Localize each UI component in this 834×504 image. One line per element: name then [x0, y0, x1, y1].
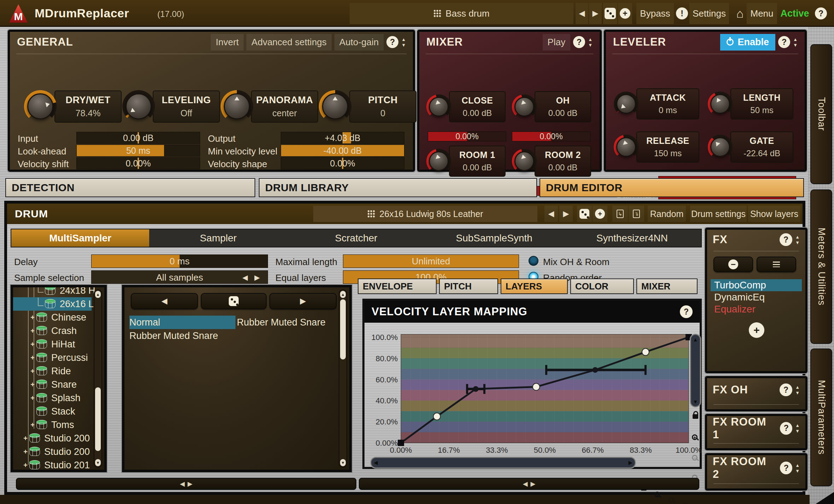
room1-knob[interactable]: [426, 149, 451, 174]
dry-wet-knob[interactable]: [24, 90, 57, 123]
fx-help-icon[interactable]: ?: [780, 233, 792, 246]
attack-knob[interactable]: [614, 92, 638, 116]
expand-icon[interactable]: +: [29, 340, 36, 348]
fx-menu-button[interactable]: [757, 257, 796, 272]
tab-drum-editor[interactable]: DRUM EDITOR: [540, 178, 804, 197]
settings-button[interactable]: Settings: [689, 3, 729, 24]
help-icon[interactable]: ?: [780, 383, 792, 396]
invert-button[interactable]: Invert: [211, 34, 244, 51]
tree-item-studio-200[interactable]: +Studio 200: [13, 432, 92, 445]
tab-detection[interactable]: DETECTION: [5, 178, 255, 197]
left-splitter-bar[interactable]: ◀▶: [16, 478, 356, 490]
chart-horizontal-scrollbar[interactable]: ◀▶: [371, 457, 635, 468]
tree-item-crash[interactable]: +Crash: [13, 324, 92, 338]
show-layers-button[interactable]: Show layers: [748, 206, 800, 222]
tree-item-splash[interactable]: +Splash: [13, 391, 92, 405]
leveler-enable-button[interactable]: Enable: [720, 34, 776, 51]
velocity-shift-bar[interactable]: 0.00%: [76, 157, 200, 169]
fx-add-button[interactable]: +: [749, 322, 764, 338]
side-tab-multiparameters[interactable]: MultiParameters: [810, 348, 832, 486]
sample-item-2[interactable]: Rubber Muted Snare: [129, 329, 235, 342]
preset-next-button[interactable]: ▶: [589, 3, 602, 24]
side-tab-toolbar[interactable]: Toolbar: [810, 44, 832, 184]
tree-scrollbar[interactable]: ▲ ▼: [94, 289, 102, 468]
preset-prev-button[interactable]: ◀: [576, 3, 588, 24]
drum-export-button[interactable]: ↴: [629, 206, 644, 222]
expand-icon[interactable]: +: [22, 434, 29, 443]
general-collapse-spinner[interactable]: ▲▼: [401, 37, 406, 47]
maximal-length-bar[interactable]: Unlimited: [343, 254, 519, 268]
oh-knob[interactable]: [512, 94, 537, 119]
layer-tab-color[interactable]: COLOR: [570, 279, 634, 294]
fx-item-equalizer[interactable]: Equalizer: [711, 303, 802, 315]
tree-item-ride[interactable]: +Ride: [13, 364, 92, 378]
drum-preset-selector[interactable]: 26x16 Ludwig 80s Leather: [313, 206, 537, 222]
mixer-help-icon[interactable]: ?: [573, 36, 585, 48]
side-tab-meters-utilities[interactable]: Meters & Utilities: [810, 189, 832, 344]
random-button[interactable]: Random: [648, 206, 686, 222]
tree-item-studio-201[interactable]: +Studio 201: [13, 458, 92, 472]
leveler-help-icon[interactable]: ?: [778, 36, 790, 48]
help-button[interactable]: ?: [813, 3, 829, 24]
layer-tab-mixer[interactable]: MIXER: [636, 279, 698, 294]
min-velocity-level-bar[interactable]: -40.00 dB: [281, 145, 404, 157]
sample-selection-select[interactable]: All samples ◀ ▶: [91, 270, 268, 284]
engine-tab-sampler[interactable]: Sampler: [149, 229, 287, 247]
layer-tab-envelope[interactable]: ENVELOPE: [358, 279, 437, 294]
expand-icon[interactable]: +: [29, 354, 36, 362]
tab-drum-library[interactable]: DRUM LIBRARY: [259, 178, 537, 197]
sample-item-3[interactable]: Rubber Muted Snare: [237, 316, 339, 329]
samples-scroll-down[interactable]: ▼: [340, 459, 346, 466]
close-percent-bar[interactable]: 0.00%: [428, 131, 506, 141]
expand-icon[interactable]: +: [29, 313, 36, 322]
panorama-knob[interactable]: [221, 90, 253, 123]
samples-scroll-up[interactable]: ▲: [340, 291, 346, 298]
help-icon[interactable]: ?: [780, 462, 792, 474]
active-status[interactable]: Active: [778, 3, 811, 24]
expand-icon[interactable]: +: [29, 367, 36, 375]
add-preset-button[interactable]: +: [618, 3, 632, 24]
samples-prev-button[interactable]: ◀: [131, 293, 198, 309]
pitch-knob[interactable]: [319, 90, 351, 123]
bypass-button[interactable]: Bypass: [636, 3, 674, 24]
fx-item-dynamiceq[interactable]: DynamicEq: [711, 291, 802, 303]
tree-item-stack[interactable]: Stack: [13, 405, 92, 418]
play-button[interactable]: Play: [543, 34, 571, 51]
leveling-knob[interactable]: [122, 90, 155, 123]
menu-button[interactable]: Menu: [747, 3, 777, 24]
velocity-chart[interactable]: [401, 334, 689, 443]
fx-collapse-spinner[interactable]: ▲▼: [795, 235, 800, 245]
tree-item-chinese[interactable]: +Chinese: [13, 311, 92, 324]
preset-selector[interactable]: Bass drum: [350, 3, 573, 24]
chart-v-zoom-in-icon[interactable]: +: [692, 434, 698, 440]
expand-icon[interactable]: +: [29, 327, 36, 335]
oh-percent-bar[interactable]: 0.00%: [512, 131, 590, 141]
fx-remove-button[interactable]: −: [713, 257, 753, 272]
layer-tab-layers[interactable]: LAYERS: [501, 279, 568, 294]
general-help-icon[interactable]: ?: [386, 36, 398, 48]
tree-item-26x16-l[interactable]: 26x16 L: [13, 297, 92, 311]
sample-item-1[interactable]: Normal: [129, 316, 235, 329]
output-bar[interactable]: +4.03 dB: [281, 132, 404, 144]
drum-prev-button[interactable]: ◀: [544, 206, 558, 222]
tree-item-hihat[interactable]: +HiHat: [13, 338, 92, 351]
leveler-collapse-spinner[interactable]: ▲▼: [793, 37, 798, 47]
engine-tab-multisampler[interactable]: MultiSampler: [11, 229, 149, 247]
expand-icon[interactable]: +: [29, 381, 36, 389]
expand-icon[interactable]: +: [22, 461, 29, 469]
auto-gain-button[interactable]: Auto-gain: [334, 34, 384, 51]
drum-import-button[interactable]: ↳: [612, 206, 628, 222]
tree-scroll-up[interactable]: ▲: [95, 291, 101, 298]
tree-item-snare[interactable]: +Snare: [13, 378, 92, 391]
expand-icon[interactable]: +: [29, 394, 36, 402]
drum-randomize-icon-button[interactable]: [577, 206, 592, 222]
sample-selection-next-icon[interactable]: ▶: [255, 273, 260, 282]
expand-icon[interactable]: +: [22, 448, 29, 456]
tree-item-toms[interactable]: +Toms: [13, 418, 92, 432]
samples-scrollbar[interactable]: ▲ ▼: [339, 289, 347, 468]
randomize-button[interactable]: [603, 3, 617, 24]
mix-oh-room-radio[interactable]: [529, 256, 538, 266]
room2-knob[interactable]: [512, 149, 537, 174]
mixer-collapse-spinner[interactable]: ▲▼: [588, 37, 593, 47]
close-knob[interactable]: [426, 94, 451, 119]
